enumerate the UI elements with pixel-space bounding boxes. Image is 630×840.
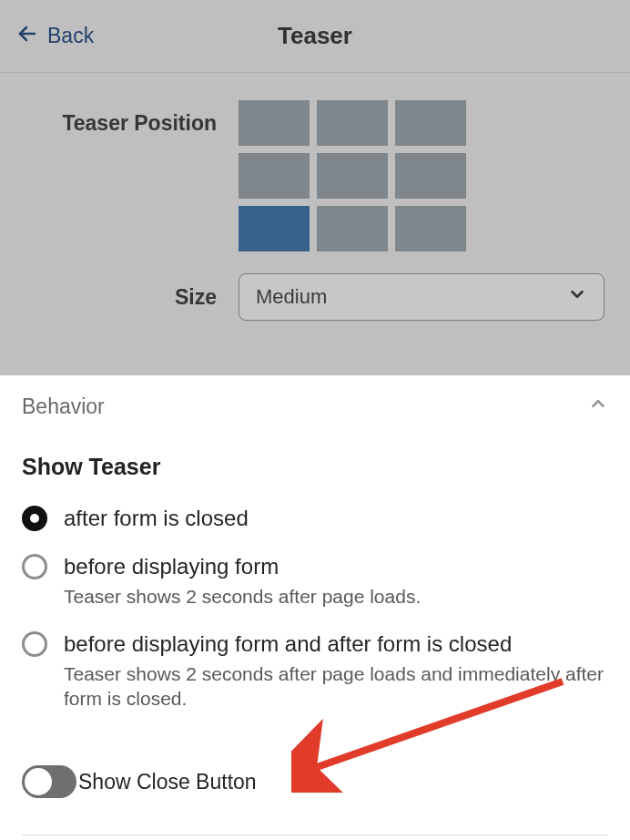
size-label: Size xyxy=(25,285,239,310)
radio-sublabel: Teaser shows 2 seconds after page loads … xyxy=(64,661,608,712)
show-teaser-heading: Show Teaser xyxy=(22,454,608,480)
size-select[interactable]: Medium xyxy=(239,273,605,321)
radio-option-2[interactable]: before displaying form and after form is… xyxy=(22,630,608,712)
toggle-knob xyxy=(25,768,52,795)
radio-label: after form is closed xyxy=(64,504,249,532)
radio-option-0[interactable]: after form is closed xyxy=(22,504,608,532)
position-cell-8[interactable] xyxy=(395,206,466,251)
show-teaser-radio-group: after form is closedbefore displaying fo… xyxy=(22,504,608,711)
show-close-button-toggle[interactable] xyxy=(22,765,76,798)
behavior-title: Behavior xyxy=(22,394,105,419)
radio-button[interactable] xyxy=(22,506,47,531)
position-cell-7[interactable] xyxy=(317,206,388,251)
back-label: Back xyxy=(47,24,94,48)
position-cell-1[interactable] xyxy=(317,100,388,146)
size-value: Medium xyxy=(256,285,327,309)
position-cell-4[interactable] xyxy=(317,153,388,199)
show-close-button-label: Show Close Button xyxy=(78,770,257,794)
chevron-down-icon xyxy=(567,284,587,310)
position-cell-5[interactable] xyxy=(395,153,466,199)
arrow-left-icon xyxy=(16,23,38,50)
radio-button[interactable] xyxy=(22,554,47,579)
position-cell-6[interactable] xyxy=(239,206,310,251)
position-cell-0[interactable] xyxy=(239,100,310,146)
back-button[interactable]: Back xyxy=(16,23,94,50)
radio-label: before displaying form xyxy=(64,552,421,580)
radio-sublabel: Teaser shows 2 seconds after page loads. xyxy=(64,584,421,609)
page-title: Teaser xyxy=(278,22,352,50)
position-cell-2[interactable] xyxy=(395,100,466,146)
radio-button[interactable] xyxy=(22,631,47,657)
position-cell-3[interactable] xyxy=(239,153,310,199)
behavior-section-header[interactable]: Behavior xyxy=(22,394,608,419)
chevron-up-icon xyxy=(588,394,608,419)
teaser-position-label: Teaser Position xyxy=(25,100,239,136)
radio-option-1[interactable]: before displaying formTeaser shows 2 sec… xyxy=(22,552,608,609)
teaser-position-grid xyxy=(239,100,466,251)
radio-label: before displaying form and after form is… xyxy=(64,630,608,658)
header-bar: Back Teaser xyxy=(0,0,630,73)
divider xyxy=(22,835,608,835)
